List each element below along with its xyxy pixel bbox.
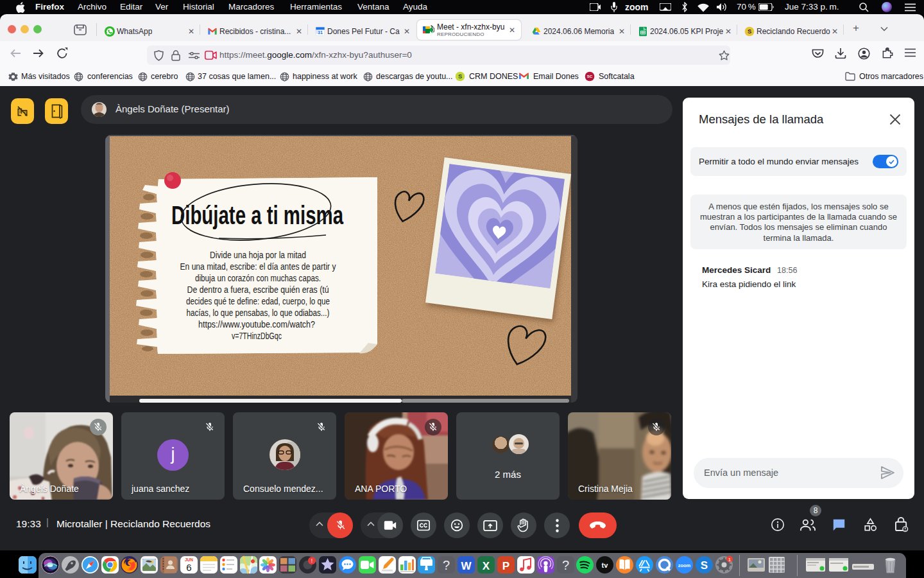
svg-text:v=7THinzDbGqc: v=7THinzDbGqc [232, 330, 282, 341]
svg-text:tv: tv [602, 561, 609, 569]
svg-text:31: 31 [318, 30, 323, 35]
svg-text:W: W [461, 560, 472, 572]
svg-text:decides qué te define: edad, c: decides qué te define: edad, cuerpo, lo … [186, 295, 330, 306]
svg-text:Dibújate a ti misma: Dibújate a ti misma [171, 201, 344, 229]
svg-text:S: S [700, 559, 707, 572]
svg-text:1: 1 [728, 557, 731, 563]
svg-text:?: ? [443, 558, 450, 572]
svg-text:JUN: JUN [185, 557, 193, 562]
svg-text:zoom: zoom [678, 563, 690, 568]
svg-text:X: X [483, 560, 490, 572]
svg-text:S: S [748, 28, 751, 35]
svg-text:6: 6 [186, 562, 191, 573]
svg-text:!: ! [311, 557, 312, 564]
svg-text:hacías, lo que pensabas, lo qu: hacías, lo que pensabas, lo que odiabas.… [187, 307, 330, 318]
svg-text:dibuja un corazón con muchas c: dibuja un corazón con muchas capas. [195, 272, 321, 283]
svg-text:?: ? [561, 558, 569, 572]
svg-text:SC: SC [587, 74, 593, 78]
svg-text:De dentro a fuera, escribe qui: De dentro a fuera, escribe quién eras (t… [187, 284, 329, 295]
svg-text:S: S [458, 73, 462, 80]
svg-text:En una mitad, escribe: el día: En una mitad, escribe: el día antes de p… [180, 261, 336, 272]
svg-text:P: P [502, 560, 509, 572]
svg-text:https://www.youtube.com/watch?: https://www.youtube.com/watch? [198, 319, 315, 329]
svg-text:Divide una hoja por la mitad: Divide una hoja por la mitad [210, 249, 306, 260]
